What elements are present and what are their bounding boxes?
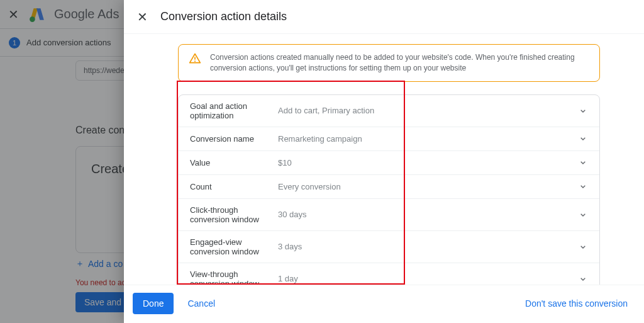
row-engaged-window[interactable]: Engaged-view conversion window 3 days: [179, 230, 599, 263]
row-value: Add to cart, Primary action: [278, 106, 578, 115]
row-value: Remarketing campaign: [278, 134, 578, 144]
row-value: Every conversion: [278, 182, 578, 191]
row-conversion-name[interactable]: Conversion name Remarketing campaign: [179, 127, 599, 150]
row-click-window[interactable]: Click-through conversion window 30 days: [179, 198, 599, 230]
chevron-down-icon: [578, 181, 588, 191]
modal-title: Conversion action details: [160, 10, 287, 23]
chevron-down-icon: [578, 157, 588, 167]
modal-footer: Done Cancel Don't save this conversion: [124, 285, 644, 323]
row-count[interactable]: Count Every conversion: [179, 174, 599, 198]
row-value[interactable]: Value $10: [179, 150, 599, 174]
chevron-down-icon: [578, 274, 588, 284]
chevron-down-icon: [578, 210, 588, 220]
details-panel: Goal and action optimization Add to cart…: [178, 94, 600, 285]
modal-body: Conversion actions created manually need…: [124, 34, 644, 285]
chevron-down-icon: [578, 133, 588, 144]
row-label: Goal and action optimization: [190, 101, 278, 120]
alert-text: Conversion actions created manually need…: [210, 52, 589, 74]
modal-header: ✕ Conversion action details: [124, 0, 644, 34]
modal-close-icon[interactable]: ✕: [135, 10, 149, 24]
done-button[interactable]: Done: [133, 293, 174, 314]
dont-save-button[interactable]: Don't save this conversion: [523, 295, 630, 312]
row-label: Value: [190, 158, 278, 167]
row-label: Click-through conversion window: [190, 205, 278, 224]
chevron-down-icon: [578, 106, 588, 116]
row-label: Conversion name: [190, 134, 278, 144]
warning-alert: Conversion actions created manually need…: [178, 44, 600, 82]
row-value: 1 day: [278, 274, 578, 283]
row-value: 3 days: [278, 242, 578, 251]
row-label: View-through conversion window: [190, 269, 278, 285]
row-goal-action[interactable]: Goal and action optimization Add to cart…: [179, 95, 599, 127]
warning-triangle-icon: [189, 52, 201, 74]
row-label: Engaged-view conversion window: [190, 237, 278, 256]
conversion-details-modal: ✕ Conversion action details Conversion a…: [124, 0, 644, 323]
svg-point-2: [194, 60, 196, 62]
cancel-button[interactable]: Cancel: [185, 295, 218, 312]
row-value: 30 days: [278, 210, 578, 219]
chevron-down-icon: [578, 242, 588, 252]
row-value: $10: [278, 158, 578, 167]
row-label: Count: [190, 182, 278, 191]
row-view-window[interactable]: View-through conversion window 1 day: [179, 263, 599, 285]
